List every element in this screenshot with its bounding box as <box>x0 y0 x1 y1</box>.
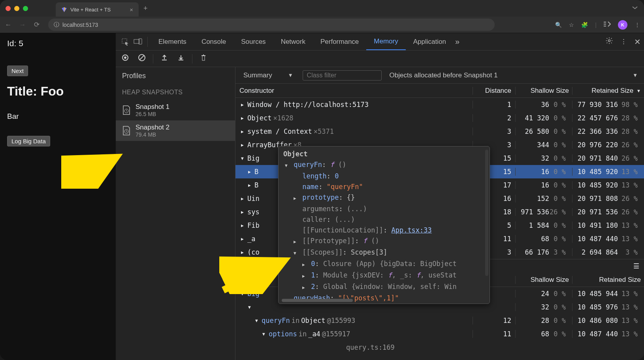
svg-rect-1 <box>604 24 606 24</box>
back-button[interactable]: ← <box>4 21 13 29</box>
maximize-window-icon[interactable] <box>23 6 28 11</box>
vite-icon <box>61 7 67 13</box>
tab-memory[interactable]: Memory <box>366 33 405 50</box>
retainer-source[interactable]: query.ts:169 <box>235 341 644 354</box>
allocation-filter[interactable]: Objects allocated before Snapshot 1 <box>390 71 498 79</box>
page-title: Title: Foo <box>7 84 109 99</box>
gc-icon[interactable] <box>198 54 209 63</box>
table-row[interactable]: ▶ Object ×1628 2 41 3200 % 22 457 67628 … <box>235 111 644 125</box>
svg-point-8 <box>124 56 126 59</box>
inspect-element-icon[interactable] <box>119 33 132 50</box>
clear-icon[interactable] <box>136 54 147 64</box>
object-property[interactable]: ▶ 0: Closure (App) {bigData: BigObject <box>282 259 486 270</box>
table-header: Constructor Distance Shallow Size Retain… <box>235 84 644 98</box>
chevron-down-icon: ▼ <box>633 72 638 78</box>
tab-elements[interactable]: Elements <box>151 33 194 50</box>
svg-rect-2 <box>604 26 606 26</box>
page-body: Bar <box>7 112 109 121</box>
object-property[interactable]: arguments: (...) <box>282 204 486 214</box>
tab-network[interactable]: Network <box>273 33 313 50</box>
traffic-lights <box>6 6 28 11</box>
avatar[interactable]: K <box>618 20 627 30</box>
url-text: localhost:5173 <box>62 22 98 28</box>
object-property[interactable]: ▶ [[Prototype]]: f () <box>282 236 486 247</box>
svg-line-17 <box>223 261 284 290</box>
col-distance[interactable]: Distance <box>473 87 515 95</box>
devtools-menu-icon[interactable]: ⋮ <box>620 38 627 46</box>
retainer-row[interactable]: ▼ queryFn in Object @155993 12 280 % 10 … <box>235 314 644 327</box>
export-icon[interactable] <box>159 54 170 63</box>
object-property[interactable]: ▶ 2: Global {window: Window, self: Win <box>282 281 486 293</box>
close-devtools-icon[interactable]: ✕ <box>634 37 641 47</box>
object-preview-tooltip: Object ▼ queryFn: f () length: 0 name: "… <box>278 146 490 304</box>
retainers-menu-icon[interactable]: ☰ <box>633 262 639 270</box>
svg-rect-11 <box>202 56 205 60</box>
log-big-data-button[interactable]: Log Big Data <box>7 136 50 146</box>
object-property[interactable]: name: "queryFn" <box>282 182 486 192</box>
profiles-sidebar: Profiles HEAP SNAPSHOTS Snapshot 126.5 M… <box>116 67 235 360</box>
svg-rect-0 <box>604 22 606 22</box>
object-property[interactable]: ▼ queryFn: f () <box>282 159 486 171</box>
annotation-arrow <box>219 255 298 294</box>
table-row[interactable]: ▶ system / Context ×5371 3 26 5800 % 22 … <box>235 125 644 138</box>
view-mode-select[interactable]: Summary ▼ <box>239 71 297 79</box>
window-titlebar: Vite + React + TS × + <box>0 0 644 17</box>
tab-application[interactable]: Application <box>406 33 454 50</box>
new-tab-button[interactable]: + <box>143 4 148 13</box>
bookmark-icon[interactable]: ☆ <box>569 22 574 28</box>
svg-line-16 <box>65 157 117 185</box>
table-row[interactable]: ▶ Window / http://localhost:5173 1 360 %… <box>235 98 644 111</box>
webpage-content: Id: 5 Next Title: Foo Bar Log Big Data <box>0 33 116 360</box>
object-property[interactable]: [[FunctionLocation]]: App.tsx:33 <box>282 225 486 236</box>
reading-list-icon[interactable] <box>604 21 611 28</box>
tab-performance[interactable]: Performance <box>313 33 366 50</box>
close-tab-icon[interactable]: × <box>130 6 133 13</box>
minimize-window-icon[interactable] <box>14 6 19 11</box>
id-label: Id: 5 <box>7 39 109 48</box>
expand-icon[interactable] <box>631 5 638 12</box>
sort-icon: ▼ <box>636 88 641 93</box>
next-button[interactable]: Next <box>7 66 28 76</box>
heap-snapshots-label: HEAP SNAPSHOTS <box>116 85 235 100</box>
col-shallow[interactable]: Shallow Size <box>515 87 572 95</box>
device-toolbar-icon[interactable] <box>132 33 144 50</box>
settings-icon[interactable] <box>605 37 613 47</box>
address-bar[interactable]: ⓘ localhost:5173 <box>48 19 495 31</box>
object-property[interactable]: ▶ prototype: {} <box>282 192 486 204</box>
ret-col-shallow[interactable]: Shallow Size <box>515 276 572 284</box>
object-property[interactable]: ▶ 1: Module {jsxDEV: f, _s: f, useStat <box>282 270 486 281</box>
popover-title: Object <box>282 149 486 159</box>
site-info-icon[interactable]: ⓘ <box>54 21 59 28</box>
snapshot-item[interactable]: Snapshot 126.5 MB <box>116 100 235 120</box>
chevron-down-icon: ▼ <box>288 72 293 78</box>
scrollbar-vertical[interactable] <box>485 150 488 276</box>
tab-sources[interactable]: Sources <box>233 33 273 50</box>
browser-tab[interactable]: Vite + React + TS × <box>56 2 139 17</box>
reload-button[interactable]: ⟳ <box>32 21 41 29</box>
object-property[interactable]: ▼ [[Scopes]]: Scopes[3] <box>282 247 486 259</box>
retainer-row[interactable]: ▼ options in _a4 @155917 11 680 % 10 487… <box>235 327 644 341</box>
extensions-icon[interactable]: 🧩 <box>581 22 588 28</box>
browser-menu-icon[interactable]: ⋮ <box>635 22 640 28</box>
more-tabs-icon[interactable]: » <box>455 37 459 46</box>
zoom-icon[interactable]: 🔍 <box>555 22 562 28</box>
object-property[interactable]: caller: (...) <box>282 214 486 225</box>
forward-button[interactable]: → <box>18 21 27 29</box>
record-icon[interactable] <box>120 54 131 64</box>
heap-toolbar: Summary ▼ Objects allocated before Snaps… <box>235 67 644 84</box>
annotation-arrow <box>61 153 128 189</box>
url-bar: ← → ⟳ ⓘ localhost:5173 🔍 ☆ 🧩 | K ⋮ <box>0 17 644 33</box>
import-icon[interactable] <box>175 54 186 63</box>
col-constructor[interactable]: Constructor <box>235 87 473 95</box>
scrollbar-horizontal[interactable] <box>282 299 353 302</box>
object-property[interactable]: length: 0 <box>282 171 486 182</box>
ret-col-retained[interactable]: Retained Size <box>572 276 644 284</box>
tab-title: Vite + React + TS <box>70 7 111 13</box>
tab-console[interactable]: Console <box>194 33 233 50</box>
close-window-icon[interactable] <box>6 6 11 11</box>
col-retained[interactable]: Retained Size ▼ <box>572 87 644 95</box>
class-filter-input[interactable] <box>303 70 382 81</box>
snapshot-item[interactable]: Snapshot 279.4 MB <box>116 120 235 141</box>
svg-line-10 <box>139 55 144 60</box>
profiles-header: Profiles <box>116 67 235 85</box>
